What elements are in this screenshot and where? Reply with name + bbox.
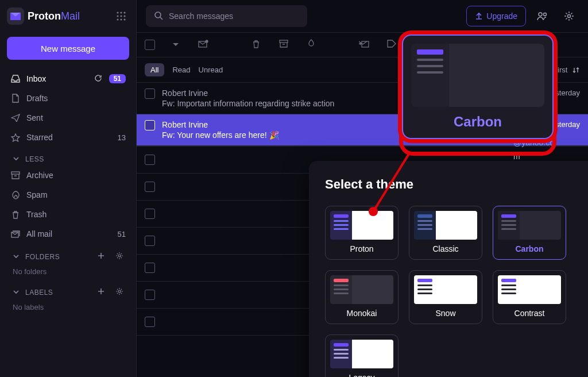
chevron-down-icon <box>13 253 21 261</box>
sidebar-item-allmail[interactable]: All mail 51 <box>5 224 131 244</box>
folders-empty-text: No folders <box>5 264 131 279</box>
app-switcher-icon[interactable] <box>113 8 129 24</box>
sidebar-nav: Inbox 51 Drafts Sent Starred 13 <box>0 69 136 315</box>
theme-label: Contrast <box>498 309 561 318</box>
select-all-checkbox[interactable] <box>145 40 155 50</box>
svg-point-15 <box>544 13 547 16</box>
theme-label: Proton <box>330 244 393 253</box>
svg-point-4 <box>120 15 122 17</box>
labels-empty-text: No labels <box>5 299 131 315</box>
sidebar-item-trash[interactable]: Trash <box>5 205 131 224</box>
svg-point-8 <box>123 18 125 20</box>
app-name: ProtonMail <box>28 10 80 22</box>
sidebar-labels-header[interactable]: LABELS <box>5 279 131 299</box>
sidebar-item-count: 51 <box>118 230 126 238</box>
sidebar-item-label: Starred <box>26 133 53 142</box>
svg-rect-9 <box>11 172 20 174</box>
sidebar-less-toggle[interactable]: LESS <box>5 147 131 166</box>
move-icon[interactable] <box>357 40 371 50</box>
message-checkbox[interactable] <box>145 290 155 300</box>
sidebar-item-label: Archive <box>26 171 53 180</box>
chevron-down-icon <box>13 288 21 297</box>
spam-icon[interactable] <box>304 39 318 51</box>
sidebar-item-label: Trash <box>26 210 47 219</box>
theme-carbon[interactable]: Carbon <box>493 206 566 260</box>
message-checkbox[interactable] <box>145 317 155 327</box>
archive-icon[interactable] <box>277 40 291 50</box>
filter-unread[interactable]: Unread <box>199 66 223 74</box>
sidebar-folders-header[interactable]: FOLDERS <box>5 244 131 264</box>
contacts-icon[interactable] <box>533 6 552 26</box>
search-input[interactable]: Search messages <box>146 5 307 27</box>
svg-point-14 <box>539 13 542 16</box>
theme-callout: Carbon <box>402 34 554 139</box>
svg-point-3 <box>117 15 118 17</box>
theme-contrast[interactable]: Contrast <box>493 270 566 324</box>
filter-read[interactable]: Read <box>172 66 190 74</box>
search-icon <box>154 11 163 22</box>
theme-modal: Select a theme Proton Classic Carbon <box>309 161 588 377</box>
sidebar-item-spam[interactable]: Spam <box>5 185 131 205</box>
drafts-icon <box>10 93 21 103</box>
mark-read-icon[interactable] <box>196 40 210 50</box>
labels-title: LABELS <box>25 288 53 297</box>
theme-classic[interactable]: Classic <box>409 206 482 260</box>
sidebar-item-label: Spam <box>26 190 48 199</box>
theme-snow[interactable]: Snow <box>409 270 482 324</box>
search-bar: Search messages Upgrade <box>137 0 588 32</box>
message-checkbox[interactable] <box>145 209 155 219</box>
chevron-down-icon[interactable] <box>169 40 183 50</box>
message-checkbox[interactable] <box>145 236 155 246</box>
sidebar-top: ProtonMail <box>0 0 136 32</box>
settings-icon[interactable] <box>559 6 579 26</box>
svg-point-1 <box>120 11 122 13</box>
upgrade-icon <box>475 11 483 21</box>
upgrade-button[interactable]: Upgrade <box>466 6 526 26</box>
sidebar: ProtonMail New message Inbox 51 Drafts <box>0 0 137 377</box>
callout-label: Carbon <box>411 114 544 130</box>
sidebar-item-label: Drafts <box>26 94 48 103</box>
label-icon[interactable] <box>385 40 399 50</box>
sidebar-item-drafts[interactable]: Drafts <box>5 89 131 108</box>
logo-mark-icon <box>7 7 24 25</box>
theme-proton[interactable]: Proton <box>325 206 399 260</box>
inbox-icon <box>10 74 21 84</box>
main-area: Search messages Upgrade All Read <box>137 0 588 377</box>
sidebar-item-sent[interactable]: Sent <box>5 108 131 128</box>
archive-icon <box>10 170 21 180</box>
add-label-icon[interactable] <box>97 287 105 297</box>
sidebar-item-label: Sent <box>26 113 43 122</box>
allmail-icon <box>10 229 21 239</box>
theme-label: Legacy <box>330 373 393 377</box>
message-checkbox[interactable] <box>145 263 155 273</box>
message-checkbox[interactable] <box>145 155 155 165</box>
sidebar-item-starred[interactable]: Starred 13 <box>5 128 131 147</box>
folder-settings-icon[interactable] <box>115 252 123 261</box>
refresh-icon[interactable] <box>94 74 103 83</box>
search-placeholder: Search messages <box>169 11 233 21</box>
label-settings-icon[interactable] <box>115 287 123 297</box>
message-checkbox[interactable] <box>145 120 155 130</box>
app-logo[interactable]: ProtonMail <box>7 7 80 25</box>
svg-point-12 <box>118 290 121 293</box>
sent-icon <box>10 113 21 123</box>
add-folder-icon[interactable] <box>97 252 105 261</box>
theme-label: Classic <box>414 244 477 253</box>
folders-title: FOLDERS <box>25 253 60 261</box>
new-message-button[interactable]: New message <box>7 37 129 60</box>
message-checkbox[interactable] <box>145 182 155 192</box>
theme-monokai[interactable]: Monokai <box>325 270 399 324</box>
filter-all[interactable]: All <box>145 63 164 76</box>
sidebar-item-archive[interactable]: Archive <box>5 166 131 185</box>
message-checkbox[interactable] <box>145 89 155 99</box>
svg-point-2 <box>123 11 125 13</box>
theme-legacy[interactable]: Legacy <box>325 334 399 377</box>
star-icon <box>10 132 21 143</box>
upgrade-label: Upgrade <box>486 11 517 21</box>
trash-icon <box>10 209 21 220</box>
sidebar-item-inbox[interactable]: Inbox 51 <box>5 69 131 89</box>
svg-point-18 <box>206 40 208 43</box>
trash-icon[interactable] <box>249 40 263 51</box>
app-root: ProtonMail New message Inbox 51 Drafts <box>0 0 588 377</box>
svg-point-7 <box>120 18 122 20</box>
